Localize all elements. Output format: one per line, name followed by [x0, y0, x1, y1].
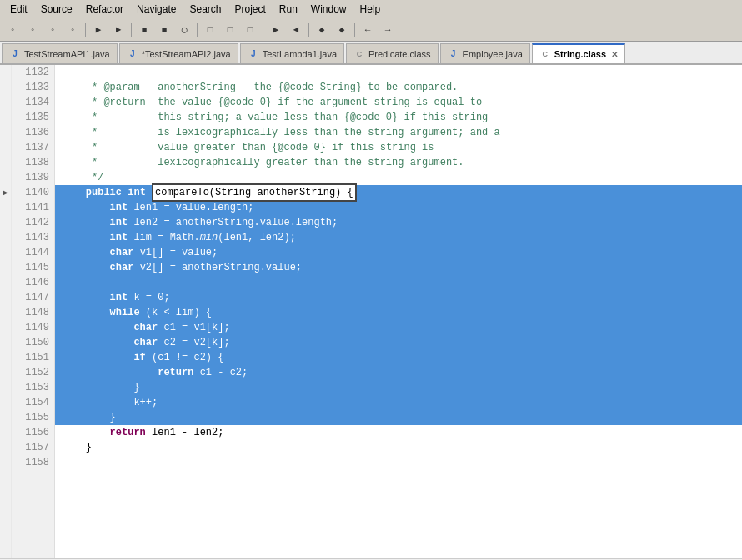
- ln-1147: 1147: [15, 290, 49, 305]
- menu-refactor[interactable]: Refactor: [79, 2, 130, 17]
- code-line-1143: int lim = Math.min(len1, len2);: [55, 230, 742, 245]
- menu-project[interactable]: Project: [228, 2, 272, 17]
- code-line-1156: return len1 - len2;: [55, 425, 742, 440]
- toolbar-btn-17[interactable]: ←: [358, 21, 377, 39]
- ln-1150: 1150: [15, 335, 49, 350]
- toolbar-btn-11[interactable]: □: [221, 21, 239, 39]
- gutter-line-1158: [0, 455, 11, 470]
- tab-teststreamapi2[interactable]: J *TestStreamAPI2.java: [119, 43, 238, 63]
- tab-icon-c1: C: [353, 48, 365, 60]
- code-line-1138: * lexicographically greater than the str…: [55, 155, 742, 170]
- toolbar: ◦ ◦ ◦ ◦ ▶ ► ■ ■ ◯ □ □ □ ▶ ◄ ◆ ◆ ← →: [0, 18, 742, 42]
- code-line-1132: [55, 65, 742, 80]
- tab-predicate[interactable]: C Predicate.class: [346, 43, 439, 63]
- toolbar-sep-4: [263, 22, 263, 38]
- gutter-line-1145: [0, 260, 11, 275]
- tab-icon-j2: J: [127, 48, 138, 60]
- editor: ▶ 1132 1133 1134 1135 1136 1137 1138 113…: [0, 65, 742, 558]
- gutter-line-1155: [0, 410, 11, 425]
- gutter-line-1134: [0, 95, 11, 110]
- gutter-line-1148: [0, 305, 11, 320]
- code-1140-pre: public int: [62, 185, 152, 200]
- code-line-1135: * this string; a value less than {@code …: [55, 110, 742, 125]
- toolbar-btn-18[interactable]: →: [379, 21, 397, 39]
- tab-label-5: Employee.java: [463, 49, 523, 59]
- toolbar-btn-10[interactable]: □: [201, 21, 219, 39]
- comment-1139: */: [62, 170, 103, 185]
- toolbar-btn-2[interactable]: ◦: [23, 21, 42, 39]
- ln-1141: 1141: [15, 200, 49, 215]
- toolbar-btn-7[interactable]: ■: [135, 21, 153, 39]
- tab-label-6: String.class: [554, 49, 606, 59]
- tab-string-class[interactable]: C String.class ✕: [532, 43, 625, 63]
- gutter-line-1151: [0, 350, 11, 365]
- toolbar-btn-16[interactable]: ◆: [333, 21, 351, 39]
- toolbar-btn-1[interactable]: ◦: [3, 21, 22, 39]
- toolbar-btn-13[interactable]: ▶: [267, 21, 285, 39]
- toolbar-sep-5: [308, 22, 309, 38]
- menubar: Edit Source Refactor Navigate Search Pro…: [0, 0, 742, 18]
- gutter-line-1143: [0, 230, 11, 245]
- menu-run[interactable]: Run: [273, 2, 304, 17]
- code-1147: int k = 0;: [62, 290, 170, 305]
- code-editor[interactable]: * @param anotherString the {@code String…: [55, 65, 742, 558]
- ln-1145: 1145: [15, 260, 49, 275]
- ln-1132: 1132: [15, 65, 49, 80]
- code-line-1144: char v1[] = value;: [55, 245, 742, 260]
- ln-1146: 1146: [15, 275, 49, 290]
- menu-help[interactable]: Help: [353, 2, 388, 17]
- tab-teststreamapi1[interactable]: J TestStreamAPI1.java: [2, 43, 118, 63]
- menu-search[interactable]: Search: [183, 2, 228, 17]
- tab-employee[interactable]: J Employee.java: [440, 43, 530, 63]
- gutter-line-1147: [0, 290, 11, 305]
- toolbar-btn-4[interactable]: ◦: [63, 21, 82, 39]
- code-1145: char v2[] = anotherString.value;: [62, 260, 302, 275]
- gutter-line-1135: [0, 110, 11, 125]
- code-1154: k++;: [62, 395, 158, 410]
- tab-label-3: TestLambda1.java: [263, 49, 337, 59]
- gutter-line-1142: [0, 215, 11, 230]
- code-line-1148: while (k < lim) {: [55, 305, 742, 320]
- menu-source[interactable]: Source: [34, 2, 79, 17]
- tab-label-2: *TestStreamAPI2.java: [142, 49, 231, 59]
- ln-1134: 1134: [15, 95, 49, 110]
- toolbar-sep-1: [85, 22, 86, 38]
- gutter-line-1144: [0, 245, 11, 260]
- toolbar-btn-12[interactable]: □: [241, 21, 259, 39]
- comment-1133: * @param anotherString the {@code String…: [62, 80, 458, 95]
- gutter-line-1150: [0, 335, 11, 350]
- toolbar-btn-3[interactable]: ◦: [43, 21, 62, 39]
- code-1155: }: [62, 410, 116, 425]
- tab-testlambda1[interactable]: J TestLambda1.java: [240, 43, 344, 63]
- code-line-1147: int k = 0;: [55, 290, 742, 305]
- toolbar-btn-9[interactable]: ◯: [175, 21, 193, 39]
- gutter-line-1133: [0, 80, 11, 95]
- code-line-1152: return c1 - c2;: [55, 365, 742, 380]
- toolbar-btn-8[interactable]: ■: [155, 21, 173, 39]
- toolbar-btn-14[interactable]: ◄: [287, 21, 305, 39]
- menu-navigate[interactable]: Navigate: [130, 2, 183, 17]
- code-1151: if (c1 != c2) {: [62, 350, 223, 365]
- ln-1158: 1158: [15, 455, 49, 470]
- gutter-line-1153: [0, 380, 11, 395]
- code-line-1149: char c1 = v1[k];: [55, 320, 742, 335]
- tabbar: J TestStreamAPI1.java J *TestStreamAPI2.…: [0, 42, 742, 65]
- gutter-line-1141: [0, 200, 11, 215]
- ln-1137: 1137: [15, 140, 49, 155]
- ln-1140: 1140: [15, 185, 49, 200]
- code-line-1142: int len2 = anotherString.value.length;: [55, 215, 742, 230]
- toolbar-btn-6[interactable]: ►: [109, 21, 128, 39]
- tab-icon-c2: C: [539, 48, 551, 60]
- line-numbers: 1132 1133 1134 1135 1136 1137 1138 1139 …: [12, 65, 55, 558]
- tab-label-4: Predicate.class: [368, 49, 431, 59]
- tab-close-button[interactable]: ✕: [611, 50, 618, 59]
- toolbar-btn-5[interactable]: ▶: [89, 21, 108, 39]
- ln-1148: 1148: [15, 305, 49, 320]
- gutter-line-1138: [0, 155, 11, 170]
- menu-window[interactable]: Window: [304, 2, 353, 17]
- toolbar-btn-15[interactable]: ◆: [313, 21, 331, 39]
- code-line-1137: * value greater than {@code 0} if this s…: [55, 140, 742, 155]
- code-1157: }: [62, 440, 92, 455]
- ln-1157: 1157: [15, 440, 49, 455]
- menu-edit[interactable]: Edit: [3, 2, 34, 17]
